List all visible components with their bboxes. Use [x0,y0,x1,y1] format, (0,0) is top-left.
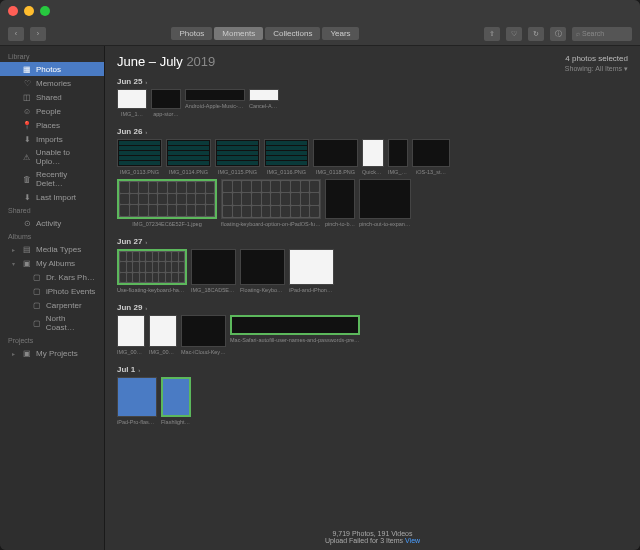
search-placeholder: Search [582,30,604,37]
moment-header[interactable]: Jun 25› [117,77,628,86]
photo-thumb[interactable]: IMG_0113.PNG [117,139,162,175]
photo-thumb[interactable]: iOS-13_st… [412,139,450,175]
sidebar-label: Media Types [36,245,81,254]
minimize-icon[interactable] [24,6,34,16]
photo-thumb[interactable]: IMG_18CAD5E63… [191,249,236,293]
sidebar-label: North Coast… [46,314,96,332]
photo-thumb[interactable]: Cancel-Ap… [249,89,279,117]
photo-thumb[interactable]: IMG_0114.PNG [166,139,211,175]
photo-grid: Jun 25›IMG_1…app-stor…Android-Apple-Musi… [105,77,640,524]
thumbnail-image [249,89,279,101]
view-failed-link[interactable]: View [405,537,420,544]
sidebar-label: My Projects [36,349,78,358]
photo-thumb[interactable]: IMG_0… [388,139,408,175]
moment-group: Jun 26›IMG_0113.PNGIMG_0114.PNGIMG_0115.… [117,127,628,227]
thumbnail-caption: Floating-Keyboar… [240,287,285,293]
photo-thumb[interactable]: IMG_07234EC6E52F-1.jpeg [117,179,217,227]
sidebar-item-activity[interactable]: ⊙Activity [0,216,104,230]
sidebar-label: Shared [36,93,62,102]
moment-group: Jun 25›IMG_1…app-stor…Android-Apple-Musi… [117,77,628,117]
photo-thumb[interactable]: QuickPath-keyb… [362,139,384,175]
thumbnail-image [151,89,181,109]
sidebar-item-people[interactable]: ☺People [0,104,104,118]
sidebar-item-my-albums[interactable]: ▾▣My Albums [0,256,104,270]
back-button[interactable]: ‹ [8,27,24,41]
view-tabs: PhotosMomentsCollectionsYears [171,27,358,40]
sidebar-item-carpenter[interactable]: ▢Carpenter [0,298,104,312]
photo-thumb[interactable]: IMG_0115.PNG [215,139,260,175]
sidebar-item-memories[interactable]: ♡Memories [0,76,104,90]
favorite-button[interactable]: ♡ [506,27,522,41]
sidebar-item-last-import[interactable]: ⬇Last Import [0,190,104,204]
sidebar-item-imports[interactable]: ⬇Imports [0,132,104,146]
thumbnail-image [221,179,321,219]
photos-window: ‹ › PhotosMomentsCollectionsYears ⇧ ♡ ↻ … [0,0,640,550]
close-icon[interactable] [8,6,18,16]
photo-thumb[interactable]: pinch-to-br-za… [325,179,355,227]
sidebar-item-unable-to-uplo-[interactable]: ⚠Unable to Uplo… [0,146,104,168]
photo-thumb[interactable]: IMG_0023.P… [117,315,145,355]
thumbnail-caption: IMG_0114.PNG [169,169,208,175]
sidebar-icon: ▣ [22,258,32,268]
tab-years[interactable]: Years [322,27,358,40]
photo-thumb[interactable]: IMG_0116.PNG [264,139,309,175]
sidebar-item-iphoto-events[interactable]: ▢iPhoto Events [0,284,104,298]
forward-button[interactable]: › [30,27,46,41]
thumbnail-caption: Use-floating-keyboard-handle-to-spring-b… [117,287,187,293]
chevron-right-icon: › [145,79,147,85]
disclosure-icon[interactable]: ▸ [12,350,18,357]
disclosure-icon[interactable]: ▾ [12,260,18,267]
sidebar-icon: ⊙ [22,218,32,228]
tab-collections[interactable]: Collections [265,27,320,40]
sidebar-header: Projects [0,334,104,346]
sidebar-item-my-projects[interactable]: ▸▣My Projects [0,346,104,360]
sidebar-item-media-types[interactable]: ▸▤Media Types [0,242,104,256]
photo-thumb[interactable]: Floating-Keyboar… [240,249,285,293]
thumbnail-image [362,139,384,167]
thumbnail-image [191,249,236,285]
photo-thumb[interactable]: Use-floating-keyboard-handle-to-spring-b… [117,249,187,293]
moment-header[interactable]: Jun 27› [117,237,628,246]
search-input[interactable]: ⌕ Search [572,27,632,41]
photo-thumb[interactable]: iPad-and-iPhone… [289,249,334,293]
sidebar-item-recently-delet-[interactable]: 🗑Recently Delet… [0,168,104,190]
photo-thumb[interactable]: Flashlight-widg… [161,377,191,425]
tab-photos[interactable]: Photos [171,27,212,40]
thumbnail-caption: Mac-iCloud-Keyc… [181,349,226,355]
info-button[interactable]: ⓘ [550,27,566,41]
photo-thumb[interactable]: pinch-out-to-expand-floating-keyboard-t… [359,179,411,227]
moment-header[interactable]: Jul 1› [117,365,628,374]
photo-thumb[interactable]: app-stor… [151,89,181,117]
thumb-row: Use-floating-keyboard-handle-to-spring-b… [117,249,628,293]
photo-thumb[interactable]: Mac-Safari-autofill-user-names-and-passw… [230,315,360,355]
photo-thumb[interactable]: IMG_0024.P… [149,315,177,355]
photo-thumb[interactable]: iPad-Pro-flashlig… [117,377,157,425]
moment-header[interactable]: Jun 29› [117,303,628,312]
rotate-button[interactable]: ↻ [528,27,544,41]
photo-thumb[interactable]: IMG_1… [117,89,147,117]
thumbnail-caption: IMG_1… [121,111,143,117]
sidebar-item-north-coast-[interactable]: ▢North Coast… [0,312,104,334]
showing-filter[interactable]: Showing: All Items ▾ [565,65,628,73]
sidebar-icon: ☺ [22,106,32,116]
sidebar-label: Dr. Kars Ph… [46,273,95,282]
photo-thumb[interactable]: Mac-iCloud-Keyc… [181,315,226,355]
photo-thumb[interactable]: IMG_0118.PNG [313,139,358,175]
sidebar-item-places[interactable]: 📍Places [0,118,104,132]
share-button[interactable]: ⇧ [484,27,500,41]
photo-thumb[interactable]: Android-Apple-Music-Subscription.jpg [185,89,245,117]
thumbnail-image [388,139,408,167]
sidebar-item-dr-kars-ph-[interactable]: ▢Dr. Kars Ph… [0,270,104,284]
moment-header[interactable]: Jun 26› [117,127,628,136]
header-status: 4 photos selected Showing: All Items ▾ [565,54,628,73]
sidebar-item-shared[interactable]: ◫Shared [0,90,104,104]
photo-thumb[interactable]: floating-keyboard-option-on-iPadOS-full-… [221,179,321,227]
tab-moments[interactable]: Moments [214,27,263,40]
disclosure-icon[interactable]: ▸ [12,246,18,253]
thumbnail-caption: Cancel-Ap… [249,103,279,109]
sidebar-label: iPhoto Events [46,287,95,296]
thumbnail-caption: IMG_0118.PNG [316,169,355,175]
sidebar-item-photos[interactable]: ▦Photos [0,62,104,76]
sidebar-label: Places [36,121,60,130]
zoom-icon[interactable] [40,6,50,16]
